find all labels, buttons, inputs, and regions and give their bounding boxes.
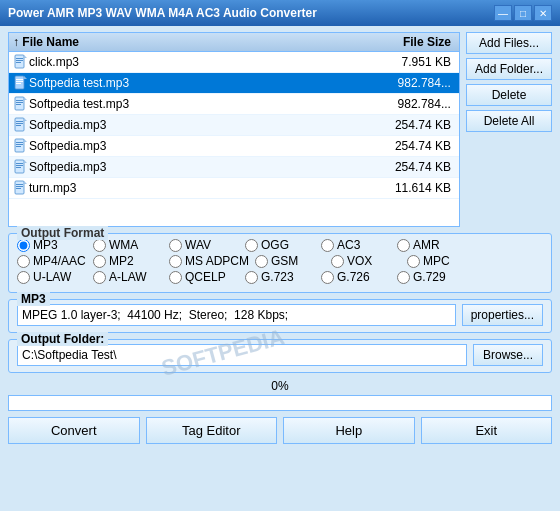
svg-marker-9: [24, 76, 27, 79]
format-radio-ulaw[interactable]: [17, 271, 30, 284]
file-name: turn.mp3: [29, 181, 355, 195]
svg-rect-30: [15, 181, 24, 194]
title-bar: Power AMR MP3 WAV WMA M4A AC3 Audio Conv…: [0, 0, 560, 26]
format-radio-mp2[interactable]: [93, 255, 106, 268]
format-option-msadpcm[interactable]: MS ADPCM: [169, 254, 249, 268]
format-radio-amr[interactable]: [397, 239, 410, 252]
format-radio-g726[interactable]: [321, 271, 334, 284]
add-files-button[interactable]: Add Files...: [466, 32, 552, 54]
output-folder-label: Output Folder:: [17, 332, 108, 346]
svg-rect-28: [16, 167, 21, 168]
format-label-g726: G.726: [337, 270, 370, 284]
format-label-msadpcm: MS ADPCM: [185, 254, 249, 268]
file-name: Softpedia.mp3: [29, 139, 355, 153]
window-title: Power AMR MP3 WAV WMA M4A AC3 Audio Conv…: [8, 6, 317, 20]
table-row[interactable]: click.mp37.951 KB: [9, 52, 459, 73]
format-option-g729[interactable]: G.729: [397, 270, 467, 284]
format-label-mp4aac: MP4/AAC: [33, 254, 86, 268]
format-radio-gsm[interactable]: [255, 255, 268, 268]
delete-button[interactable]: Delete: [466, 84, 552, 106]
format-radio-g729[interactable]: [397, 271, 410, 284]
maximize-button[interactable]: □: [514, 5, 532, 21]
format-radio-wav[interactable]: [169, 239, 182, 252]
format-option-g726[interactable]: G.726: [321, 270, 391, 284]
file-size: 982.784...: [355, 97, 455, 111]
help-button[interactable]: Help: [283, 417, 415, 444]
svg-rect-23: [16, 146, 21, 147]
format-option-ac3[interactable]: AC3: [321, 238, 391, 252]
file-size: 254.74 KB: [355, 160, 455, 174]
progress-bar-container: [8, 395, 552, 411]
file-icon: [13, 159, 29, 175]
progress-section: 0%: [8, 379, 552, 411]
file-rows[interactable]: click.mp37.951 KB Softpedia test.mp3982.…: [9, 52, 459, 199]
file-icon: [13, 180, 29, 196]
table-row[interactable]: Softpedia test.mp3982.784...: [9, 94, 459, 115]
format-radio-msadpcm[interactable]: [169, 255, 182, 268]
format-option-g723[interactable]: G.723: [245, 270, 315, 284]
svg-rect-12: [16, 102, 23, 103]
format-option-mp3[interactable]: MP3: [17, 238, 87, 252]
format-radio-mp3[interactable]: [17, 239, 30, 252]
format-option-vox[interactable]: VOX: [331, 254, 401, 268]
svg-rect-0: [15, 55, 24, 68]
svg-rect-11: [16, 100, 23, 101]
format-radio-mpc[interactable]: [407, 255, 420, 268]
properties-button[interactable]: properties...: [462, 304, 543, 326]
svg-marker-14: [24, 97, 27, 100]
tag-editor-button[interactable]: Tag Editor: [146, 417, 278, 444]
format-radio-mp4aac[interactable]: [17, 255, 30, 268]
browse-button[interactable]: Browse...: [473, 344, 543, 366]
table-row[interactable]: turn.mp311.614 KB: [9, 178, 459, 199]
exit-button[interactable]: Exit: [421, 417, 553, 444]
table-row[interactable]: Softpedia.mp3254.74 KB: [9, 136, 459, 157]
file-icon: [13, 117, 29, 133]
format-option-alaw[interactable]: A-LAW: [93, 270, 163, 284]
file-name: Softpedia test.mp3: [29, 97, 355, 111]
mp3-input[interactable]: [17, 304, 456, 326]
format-option-wav[interactable]: WAV: [169, 238, 239, 252]
format-option-wma[interactable]: WMA: [93, 238, 163, 252]
format-radio-ac3[interactable]: [321, 239, 334, 252]
file-icon: [13, 54, 29, 70]
format-label-gsm: GSM: [271, 254, 298, 268]
format-option-ogg[interactable]: OGG: [245, 238, 315, 252]
format-radio-g723[interactable]: [245, 271, 258, 284]
format-option-mp4aac[interactable]: MP4/AAC: [17, 254, 87, 268]
format-label-mp3: MP3: [33, 238, 58, 252]
file-list-header: ↑ File Name File Size: [9, 33, 459, 52]
output-folder-input[interactable]: [17, 344, 467, 366]
svg-marker-24: [24, 139, 27, 142]
format-option-mpc[interactable]: MPC: [407, 254, 477, 268]
format-option-mp2[interactable]: MP2: [93, 254, 163, 268]
format-radio-alaw[interactable]: [93, 271, 106, 284]
sort-icon: ↑ File Name: [13, 35, 355, 49]
minimize-button[interactable]: —: [494, 5, 512, 21]
format-label-ulaw: U-LAW: [33, 270, 71, 284]
add-folder-button[interactable]: Add Folder...: [466, 58, 552, 80]
close-button[interactable]: ✕: [534, 5, 552, 21]
svg-marker-29: [24, 160, 27, 163]
delete-all-button[interactable]: Delete All: [466, 110, 552, 132]
format-options: MP3WMAWAVOGGAC3AMRMP4/AACMP2MS ADPCMGSMV…: [17, 238, 543, 284]
mp3-label: MP3: [17, 292, 50, 306]
window-controls[interactable]: — □ ✕: [494, 5, 552, 21]
format-option-ulaw[interactable]: U-LAW: [17, 270, 87, 284]
format-option-qcelp[interactable]: QCELP: [169, 270, 239, 284]
format-radio-wma[interactable]: [93, 239, 106, 252]
format-radio-vox[interactable]: [331, 255, 344, 268]
file-list-container[interactable]: ↑ File Name File Size click.mp37.951 KB …: [8, 32, 460, 227]
format-row: MP3WMAWAVOGGAC3AMR: [17, 238, 543, 252]
table-row[interactable]: Softpedia test.mp3982.784...: [9, 73, 459, 94]
format-option-amr[interactable]: AMR: [397, 238, 467, 252]
format-radio-ogg[interactable]: [245, 239, 258, 252]
svg-rect-20: [15, 139, 24, 152]
format-option-gsm[interactable]: GSM: [255, 254, 325, 268]
svg-rect-6: [16, 79, 23, 80]
convert-button[interactable]: Convert: [8, 417, 140, 444]
svg-rect-8: [16, 83, 21, 84]
table-row[interactable]: Softpedia.mp3254.74 KB: [9, 115, 459, 136]
format-radio-qcelp[interactable]: [169, 271, 182, 284]
table-row[interactable]: Softpedia.mp3254.74 KB: [9, 157, 459, 178]
format-row: MP4/AACMP2MS ADPCMGSMVOXMPC: [17, 254, 543, 268]
